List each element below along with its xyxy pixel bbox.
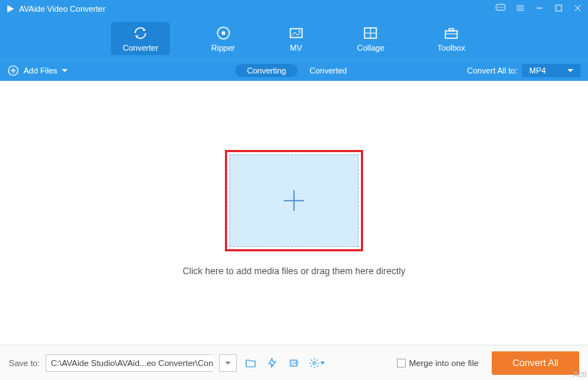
tab-converting[interactable]: Converting [235, 64, 298, 77]
nav-label: Ripper [211, 43, 234, 52]
nav-label: Toolbox [437, 43, 465, 52]
ripper-icon [215, 25, 232, 41]
output-format-value: MP4 [529, 66, 546, 75]
app-title: AVAide Video Converter [19, 4, 105, 13]
chevron-down-icon [567, 68, 573, 74]
hardware-accel-button[interactable] [265, 355, 281, 371]
convert-all-button[interactable]: Convert All [492, 351, 579, 375]
chevron-down-icon [320, 361, 325, 365]
tab-converted[interactable]: Converted [304, 64, 353, 77]
svg-marker-28 [567, 69, 573, 72]
dropzone[interactable] [229, 154, 359, 247]
convert-all-to-label: Convert All to: [467, 66, 517, 75]
high-speed-button[interactable]: OFF [287, 355, 303, 371]
svg-point-2 [498, 7, 499, 8]
svg-point-15 [221, 31, 225, 35]
minimize-icon[interactable] [535, 4, 544, 14]
svg-rect-16 [290, 29, 302, 37]
main-area: Click here to add media files or drag th… [0, 81, 588, 345]
add-files-button[interactable]: Add Files [7, 65, 68, 76]
nav-toolbox[interactable]: Toolbox [426, 22, 477, 55]
message-icon[interactable] [495, 4, 506, 14]
maximize-icon[interactable] [554, 4, 563, 14]
chevron-down-icon [225, 360, 231, 366]
app-logo-icon [6, 4, 15, 13]
svg-rect-9 [556, 5, 562, 11]
save-path-dropdown[interactable] [219, 354, 237, 372]
save-path-field[interactable]: C:\AVAide Studio\AVAid...eo Converter\Co… [46, 354, 213, 372]
merge-label: Merge into one file [409, 359, 479, 368]
toolbox-icon [443, 25, 459, 41]
chevron-down-icon [62, 68, 68, 74]
merge-checkbox[interactable] [397, 359, 406, 368]
plus-circle-icon [7, 65, 19, 76]
svg-point-35 [313, 362, 316, 365]
open-folder-button[interactable] [243, 355, 259, 371]
svg-marker-0 [7, 5, 14, 12]
save-to-label: Save to: [9, 359, 40, 368]
close-icon[interactable] [573, 4, 582, 14]
svg-rect-21 [445, 31, 457, 38]
plus-icon [281, 187, 307, 214]
svg-marker-36 [320, 362, 325, 365]
sub-toolbar: Add Files Converting Converted Convert A… [0, 59, 588, 81]
bottom-bar: Save to: C:\AVAide Studio\AVAid...eo Con… [0, 345, 588, 380]
nav-label: Collage [357, 43, 384, 52]
nav-mv[interactable]: MV [276, 22, 316, 55]
add-files-label: Add Files [24, 66, 57, 75]
svg-marker-27 [62, 69, 68, 72]
nav-label: Converter [123, 43, 158, 52]
svg-point-17 [298, 30, 300, 32]
menu-icon[interactable] [516, 4, 525, 14]
svg-rect-22 [449, 29, 453, 31]
dropzone-highlight [225, 150, 363, 251]
nav-collage[interactable]: Collage [345, 22, 396, 55]
converter-icon [132, 25, 148, 41]
mv-icon [288, 25, 304, 41]
output-format-select[interactable]: MP4 [522, 64, 581, 77]
nav-converter[interactable]: Converter [111, 22, 170, 55]
svg-marker-32 [269, 359, 276, 368]
svg-text:OFF: OFF [292, 361, 299, 365]
nav-ripper[interactable]: Ripper [199, 22, 246, 55]
svg-point-4 [502, 7, 503, 8]
title-bar: AVAide Video Converter [0, 0, 588, 18]
watermark-text: Acti [573, 370, 587, 379]
collage-icon [362, 25, 379, 41]
main-nav: Converter Ripper MV Collage Toolbox [0, 18, 588, 59]
settings-button[interactable] [309, 355, 325, 371]
dropzone-text: Click here to add media files or drag th… [183, 266, 406, 276]
svg-marker-31 [225, 362, 231, 365]
svg-point-3 [500, 7, 501, 8]
nav-label: MV [290, 43, 302, 52]
